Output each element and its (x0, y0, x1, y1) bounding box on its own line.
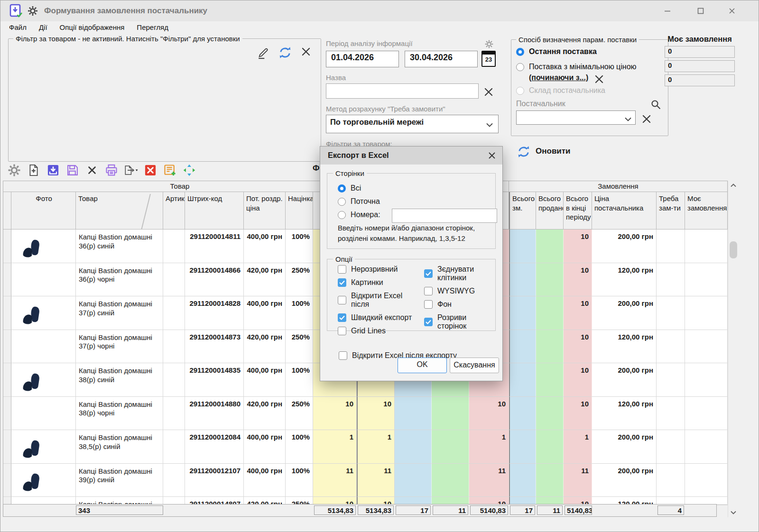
column-header-barcode[interactable]: Штрих-код (185, 192, 244, 229)
cell-indicator (3, 229, 11, 263)
option-left-4[interactable]: Швидкий експорт (338, 313, 417, 322)
table-row[interactable]: Капці Bastion домашні 38,5(р) синій29112… (3, 430, 728, 464)
column-header-photo[interactable]: Фото (11, 192, 76, 229)
column-header-supplier_price[interactable]: Ціна постачальника (592, 192, 657, 229)
column-header-total_moves[interactable]: Всього зм. (509, 192, 536, 229)
method-select[interactable]: По торговельній мережі (326, 115, 499, 133)
move-icon[interactable] (182, 163, 196, 177)
supplier-clear-icon[interactable] (640, 113, 650, 122)
option-right-4[interactable]: Розриви сторінок (424, 313, 495, 330)
option-right-3[interactable]: Фон (424, 300, 495, 309)
excel-remove-icon[interactable] (143, 163, 157, 177)
table-row[interactable]: Капці Bastion домашні 39(р) синій2911200… (3, 464, 728, 497)
name-clear-icon[interactable] (482, 86, 493, 96)
period-gear-icon[interactable] (484, 39, 494, 49)
vertical-scrollbar[interactable] (728, 181, 739, 517)
radio-min-price-supply[interactable] (516, 63, 524, 71)
print-icon[interactable] (104, 163, 119, 177)
pages-radio-1[interactable]: Всі (338, 184, 495, 193)
cell-total_end: 10 (564, 363, 592, 397)
menu-item-1[interactable]: Файл (9, 23, 27, 31)
date-to-field[interactable]: 30.04.2026 (405, 51, 478, 67)
starting-from-link[interactable]: (починаючи з...) (529, 73, 588, 82)
checkbox-icon[interactable] (338, 296, 346, 304)
option-left-3[interactable]: Відкрити Excel після (338, 292, 417, 309)
scroll-down-icon[interactable] (728, 508, 739, 517)
table-row[interactable]: Капці Bastion домашні2911200014807420,00… (3, 497, 728, 504)
checkbox-icon[interactable] (338, 327, 346, 335)
column-header-name[interactable]: Товар (76, 192, 163, 229)
checkbox-label: Grid Lines (351, 327, 386, 335)
dialog-title-bar[interactable]: Експорт в Excel (320, 147, 502, 165)
column-header-total_end[interactable]: Всього в кінці періоду (564, 192, 592, 229)
dialog-close-icon[interactable] (487, 151, 497, 160)
column-header-my_order[interactable]: Моє замовлення (685, 192, 728, 229)
checkbox-icon[interactable] (424, 269, 433, 278)
checkbox-icon[interactable] (338, 313, 346, 322)
status-bar: 3435134,835134,8317115140,8317115140,834 (3, 504, 717, 517)
checkbox-icon[interactable] (424, 318, 433, 326)
option-left-2[interactable]: Картинки (338, 278, 417, 287)
column-header-need_order[interactable]: Треба зам-ти (657, 192, 685, 229)
page-numbers-input[interactable] (392, 209, 497, 223)
save-add-icon[interactable] (163, 163, 177, 177)
cell-my_order (685, 296, 728, 330)
save-icon[interactable] (65, 163, 80, 177)
maximize-button[interactable] (694, 5, 707, 17)
cell-retail_price: 400,00 грн (244, 363, 286, 397)
search-icon[interactable] (650, 99, 661, 110)
radio-icon[interactable] (338, 211, 346, 219)
checkbox-icon[interactable] (338, 265, 346, 274)
refresh-icon[interactable] (278, 46, 292, 60)
ok-button[interactable]: OK (398, 358, 447, 373)
close-icon[interactable] (300, 46, 314, 60)
scroll-up-icon[interactable] (728, 181, 739, 190)
column-header-total_sold[interactable]: Всього продано (536, 192, 564, 229)
column-header-markup[interactable]: Націнка (286, 192, 313, 229)
new-document-icon[interactable] (27, 163, 41, 177)
option-left-1[interactable]: Нерозривний (338, 265, 417, 274)
radio-supplier-warehouse[interactable] (516, 87, 524, 95)
cell-my_order (685, 497, 728, 504)
starting-from-clear-icon[interactable] (593, 73, 602, 83)
name-input[interactable] (326, 83, 479, 99)
option-right-1[interactable]: Зєднувати клітинки (424, 265, 495, 282)
checkbox-icon[interactable] (424, 287, 433, 295)
supplier-combo[interactable] (516, 110, 636, 125)
product-photo (11, 229, 76, 263)
option-left-5[interactable]: Grid Lines (338, 327, 417, 335)
column-header-indicator[interactable] (3, 192, 11, 229)
radio-icon[interactable] (338, 184, 346, 193)
checkbox-icon[interactable] (339, 351, 347, 360)
column-header-article[interactable]: Артикул (163, 192, 185, 229)
cell-markup: 250% (286, 330, 313, 364)
menu-item-2[interactable]: Дії (39, 23, 47, 31)
settings-icon[interactable] (7, 163, 21, 177)
menu-item-4[interactable]: Перегляд (137, 23, 168, 31)
checkbox-icon[interactable] (424, 300, 433, 309)
method-label: Метод розрахунку "Треба замовити" (326, 105, 445, 113)
radio-icon[interactable] (338, 198, 346, 206)
pages-group-legend: Сторінки (333, 169, 367, 177)
pages-radio-2[interactable]: Поточна (338, 197, 495, 206)
export-icon[interactable] (124, 163, 138, 177)
table-row[interactable]: Капці Bastion домашні 38(р) чорні2911200… (3, 397, 728, 431)
title-gear-icon (27, 5, 38, 17)
radio-last-supply[interactable] (516, 48, 524, 56)
checkbox-icon[interactable] (338, 278, 346, 287)
calendar-icon[interactable]: 23 (481, 51, 496, 67)
import-icon[interactable] (46, 163, 60, 177)
cell-my_order (685, 263, 728, 297)
date-from-field[interactable]: 01.04.2026 (326, 51, 399, 67)
close-button[interactable] (725, 5, 739, 17)
option-right-2[interactable]: WYSIWYG (424, 287, 495, 295)
cancel-button[interactable]: Скасування (450, 358, 499, 373)
minimize-button[interactable] (661, 5, 674, 17)
edit-icon[interactable] (256, 46, 270, 60)
column-header-retail_price[interactable]: Пот. роздр. ціна (244, 192, 286, 229)
delete-icon[interactable] (85, 163, 99, 177)
scrollbar-thumb[interactable] (730, 241, 737, 258)
menu-item-3[interactable]: Опції відображення (60, 23, 125, 31)
my-order-title: Моє замовлення (665, 35, 735, 44)
refresh-button[interactable]: Оновити (517, 145, 571, 158)
